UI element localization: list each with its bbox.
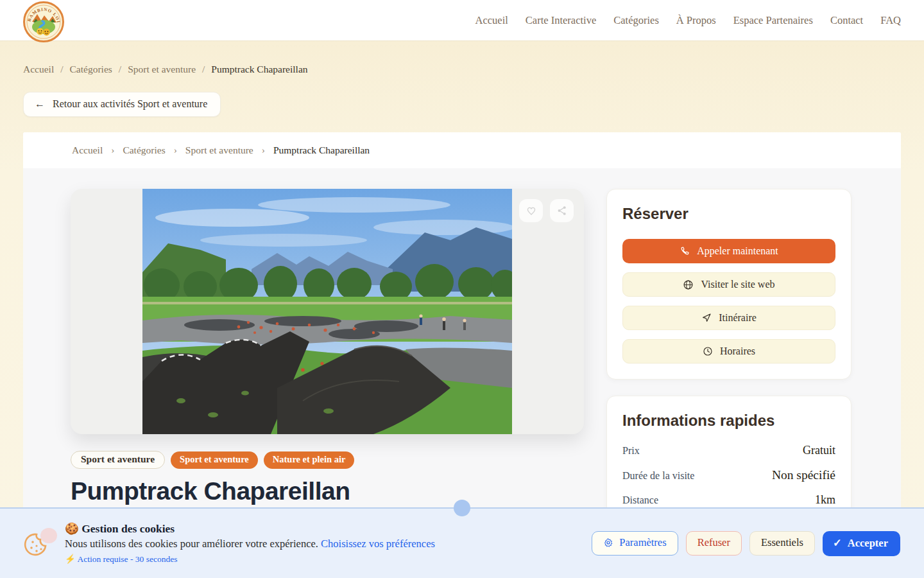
pumptrack-photo [142,189,512,434]
directions-label: Itinéraire [719,312,757,324]
breadcrumb-sport-aventure[interactable]: Sport et aventure [128,64,196,75]
cookie-consent-banner: 🍪 Gestion des cookies Nous utilisons des… [0,507,924,578]
page-title: Pumptrack Chapareillan [71,477,584,505]
category-tag-sport[interactable]: Sport et aventure [171,451,258,469]
category-tag-outline[interactable]: Sport et aventure [71,451,165,469]
site-logo[interactable]: BAMBINO LOISIRS [23,1,64,42]
info-value: 1km [815,493,835,507]
arrow-left-icon: ← [35,98,45,110]
breadcrumb-separator: / [119,64,121,75]
card-breadcrumb-categories[interactable]: Catégories [123,144,165,156]
cookie-refuse-label: Refuser [697,536,730,549]
globe-icon [683,279,694,290]
info-row-distance: Distance 1km [622,493,835,507]
card-breadcrumb-sport-aventure[interactable]: Sport et aventure [185,144,253,156]
call-now-label: Appeler maintenant [697,245,778,257]
gear-icon [603,538,613,548]
bambino-loisirs-logo-icon: BAMBINO LOISIRS [23,1,64,42]
nav-espace-partenaires[interactable]: Espace Partenaires [733,14,813,27]
nav-carte-interactive[interactable]: Carte Interactive [526,14,596,27]
visit-website-label: Visiter le site web [701,279,774,290]
cookie-essentials-button[interactable]: Essentiels [749,531,815,556]
card-breadcrumb: Accueil › Catégories › Sport et aventure… [23,132,901,168]
phone-icon [680,246,690,256]
activity-photo-card [71,189,584,434]
reserve-panel: Réserver Appeler maintenant [606,189,851,380]
cookie-text-block: 🍪 Gestion des cookies Nous utilisons des… [65,522,435,565]
visit-website-button[interactable]: Visiter le site web [622,272,835,297]
cookie-illustration [24,528,53,559]
cookie-essentials-label: Essentiels [761,536,803,549]
pink-dot [40,528,57,543]
nav-accueil[interactable]: Accueil [475,14,508,27]
heart-icon [526,205,537,216]
hours-button[interactable]: Horaires [622,339,835,363]
back-to-category-button[interactable]: ← Retour aux activités Sport et aventure [23,92,221,117]
info-row-duration: Durée de la visite Non spécifié [622,468,835,482]
chevron-separator-icon: › [262,144,265,156]
breadcrumb-accueil[interactable]: Accueil [23,64,54,75]
cookie-emoji-icon: 🍪 [65,522,79,535]
cookie-actions: Paramètres Refuser Essentiels ✓Accepter [592,531,900,556]
info-label: Distance [622,495,658,506]
info-row-price: Prix Gratuit [622,444,835,457]
cookie-settings-button[interactable]: Paramètres [592,531,678,556]
card-breadcrumb-accueil[interactable]: Accueil [72,144,103,156]
cookie-title: Gestion des cookies [81,522,175,535]
tag-list: Sport et aventure Sport et aventure Natu… [71,451,584,469]
nav-contact[interactable]: Contact [830,14,863,27]
navigation-arrow-icon [701,313,712,323]
breadcrumb: Accueil / Catégories / Sport et aventure… [0,40,924,75]
favorite-button[interactable] [519,199,543,222]
share-button[interactable] [550,199,574,222]
share-icon [556,205,568,216]
cookie-accept-label: Accepter [848,537,888,550]
quick-info-panel: Informations rapides Prix Gratuit Durée … [606,396,851,523]
clock-icon [703,346,713,356]
call-now-button[interactable]: Appeler maintenant [622,239,835,263]
check-icon: ✓ [833,537,842,550]
card-breadcrumb-current: Pumptrack Chapareillan [273,144,370,156]
cookie-accept-button[interactable]: ✓Accepter [823,531,900,556]
hours-label: Horaires [720,346,755,357]
breadcrumb-current: Pumptrack Chapareillan [211,64,307,75]
category-tag-nature[interactable]: Nature et plein air [264,451,355,469]
chevron-separator-icon: › [111,144,114,156]
lightning-icon: ⚡ [65,554,76,564]
cookie-settings-label: Paramètres [619,536,666,549]
cookie-message: Nous utilisons des cookies pour améliore… [65,538,318,550]
cookie-preferences-link[interactable]: Choisissez vos préférences [321,538,435,550]
cookie-action-note: Action requise - 30 secondes [78,554,178,564]
cookie-refuse-button[interactable]: Refuser [686,531,742,556]
nav-categories[interactable]: Catégories [613,14,659,27]
nav-faq[interactable]: FAQ [880,14,901,27]
breadcrumb-separator: / [202,64,205,75]
top-navigation-bar: BAMBINO LOISIRS Accueil Carte Interactiv… [0,0,924,40]
banner-handle[interactable] [454,500,470,516]
chevron-separator-icon: › [174,144,177,156]
info-value: Non spécifié [772,468,835,482]
main-nav: Accueil Carte Interactive Catégories À P… [475,14,901,27]
quick-info-title: Informations rapides [622,412,835,430]
info-label: Durée de la visite [622,470,694,482]
breadcrumb-categories[interactable]: Catégories [70,64,112,75]
directions-button[interactable]: Itinéraire [622,306,835,330]
nav-a-propos[interactable]: À Propos [676,14,716,27]
reserve-panel-title: Réserver [622,205,835,223]
info-value: Gratuit [803,444,835,457]
back-button-label: Retour aux activités Sport et aventure [53,98,207,110]
info-label: Prix [622,445,640,457]
breadcrumb-separator: / [60,64,63,75]
